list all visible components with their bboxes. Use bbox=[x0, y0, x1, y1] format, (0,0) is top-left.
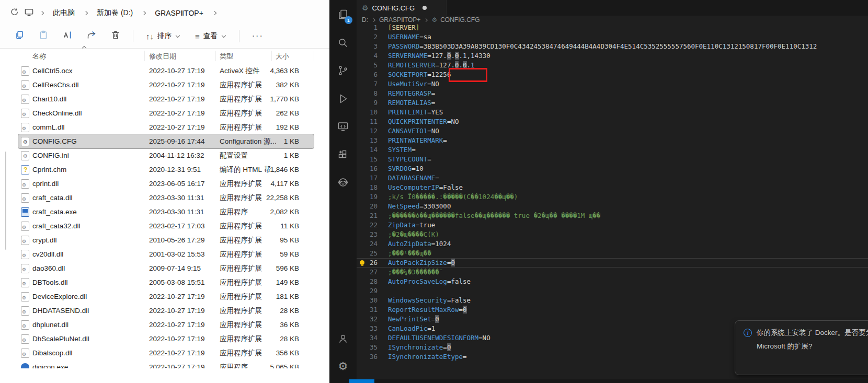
code-line[interactable]: 6SOCKETPORT=12256 bbox=[357, 70, 868, 79]
copy-button[interactable] bbox=[9, 27, 29, 45]
column-separator[interactable] bbox=[314, 51, 314, 61]
code-line[interactable]: 18UseComputerIP=False bbox=[357, 183, 868, 192]
code-line[interactable]: 24AutoZipData=1024 bbox=[357, 239, 868, 249]
code-text: QUICKPRINTENTER=NO bbox=[388, 117, 459, 126]
remote-explorer-icon[interactable] bbox=[329, 116, 357, 137]
settings-icon[interactable]: ⚙ bbox=[329, 355, 357, 376]
line-number: 3 bbox=[357, 42, 386, 51]
code-line[interactable]: 19;k/s Ï0�����.:�����(C��1024��ɰ��) bbox=[357, 192, 868, 202]
code-line[interactable]: 21;������ó��ɰ������false��ɰ������ true �… bbox=[357, 211, 868, 220]
breadcrumb-folder[interactable]: GRASPⅡTOP+ bbox=[152, 8, 207, 18]
code-text: SOCKETPORT=12256 bbox=[388, 70, 451, 79]
column-header-name[interactable]: 名称 bbox=[32, 52, 46, 61]
column-separator[interactable] bbox=[215, 51, 216, 61]
lightbulb-icon[interactable] bbox=[360, 260, 364, 265]
file-row[interactable]: Cprint.chm2020-12-31 9:51编译的 HTML 帮...1,… bbox=[18, 163, 314, 177]
dll-file-icon bbox=[21, 179, 29, 189]
code-line[interactable]: 13PRINTWATERMARK= bbox=[357, 136, 868, 145]
file-row[interactable]: DhScalePluNet.dll2022-10-27 17:19应用程序扩展2… bbox=[18, 332, 314, 346]
paste-button[interactable] bbox=[33, 27, 53, 45]
nav-pane-scrollbar[interactable] bbox=[5, 152, 6, 250]
breadcrumb-file[interactable]: CONFIG.CFG bbox=[440, 16, 479, 24]
breadcrumb-folder[interactable]: GRASPⅡTOP+ bbox=[379, 16, 420, 24]
file-row[interactable]: crypt.dll2010-05-26 17:29应用程序扩展95 KB bbox=[18, 233, 314, 247]
file-row[interactable]: Dibalscop.dll2022-10-27 17:19应用程序扩展356 K… bbox=[18, 346, 314, 360]
code-line[interactable]: 30WindowsSecurity=False bbox=[357, 296, 868, 305]
sort-dropdown[interactable]: ↑↓ 排序 bbox=[141, 28, 186, 44]
source-control-icon[interactable] bbox=[329, 60, 357, 81]
column-separator[interactable] bbox=[144, 51, 145, 61]
code-line[interactable]: 25;���¹���ɰ�� bbox=[357, 249, 868, 258]
column-separator[interactable] bbox=[271, 51, 272, 61]
file-row[interactable]: DHDATASEND.dll2022-10-27 17:19应用程序扩展28 K… bbox=[18, 304, 314, 318]
code-line[interactable]: 4SERVERNAME=127.0.0.1,14330 bbox=[357, 51, 868, 61]
code-line[interactable]: 7UseMutiSvr=NO bbox=[357, 79, 868, 89]
tab-config-cfg[interactable]: ⚙ CONFIG.CFG bbox=[357, 0, 447, 16]
file-row[interactable]: dao360.dll2009-07-14 9:15应用程序扩展596 KB bbox=[18, 261, 314, 275]
file-row[interactable]: dhplunet.dll2022-10-27 17:19应用程序扩展36 KB bbox=[18, 318, 314, 332]
explorer-icon[interactable]: 1 bbox=[329, 4, 357, 25]
code-line[interactable]: 14SYSTEM= bbox=[357, 145, 868, 155]
column-header-size[interactable]: 大小 bbox=[276, 52, 289, 61]
run-debug-icon[interactable] bbox=[329, 88, 357, 109]
code-text: ;���¼�Э������¯ bbox=[388, 268, 443, 277]
code-line[interactable]: 1[SERVER] bbox=[357, 23, 868, 32]
file-row[interactable]: digicon.exe2022-10-27 17:19应用程序5,065 KB bbox=[18, 360, 314, 368]
account-icon[interactable] bbox=[329, 328, 357, 349]
code-line[interactable]: 27;���¼�Э������¯ bbox=[357, 268, 868, 277]
file-row[interactable]: DBTools.dll2005-03-08 15:51应用程序扩展149 KB bbox=[18, 275, 314, 289]
code-text: CanLoadPic=1 bbox=[388, 324, 435, 333]
more-options-button[interactable]: ··· bbox=[247, 31, 269, 41]
file-row[interactable]: commL.dll2022-10-27 17:19应用程序扩展192 KB bbox=[18, 120, 314, 134]
code-line[interactable]: 9REMOTEALIAS= bbox=[357, 98, 868, 108]
column-header-date[interactable]: 修改日期 bbox=[149, 52, 176, 61]
extensions-icon[interactable] bbox=[329, 144, 357, 165]
search-icon[interactable] bbox=[329, 32, 357, 53]
code-line[interactable]: 29 bbox=[357, 286, 868, 296]
code-line[interactable]: 8REMOTEGRASP= bbox=[357, 89, 868, 98]
file-row[interactable]: Chart10.dll2022-10-27 17:19应用程序扩展1,770 K… bbox=[18, 92, 314, 106]
code-line[interactable]: 16SVRDOG=10 bbox=[357, 164, 868, 173]
remote-indicator[interactable] bbox=[349, 379, 374, 383]
refresh-icon[interactable] bbox=[9, 7, 19, 19]
file-row[interactable]: CONFIG.CFG2025-09-16 17:44Configuration … bbox=[18, 134, 314, 148]
code-line[interactable]: 26AutoPackZipSize=0 bbox=[357, 258, 868, 268]
code-line[interactable]: 15STYPECOUNT= bbox=[357, 155, 868, 164]
view-dropdown[interactable]: ≡ 查看 bbox=[190, 28, 232, 44]
file-row[interactable]: craft_cata.exe2023-03-30 11:31应用程序2,082 … bbox=[18, 205, 314, 219]
breadcrumb-this-pc[interactable]: 此电脑 bbox=[50, 7, 78, 19]
code-line[interactable]: 23;�2�ɰ����C(K) bbox=[357, 230, 868, 239]
file-row[interactable]: craft_cata32.dll2023-02-17 17:03应用程序扩展11… bbox=[18, 219, 314, 233]
code-line[interactable]: 12CANSAVETO1=NO bbox=[357, 126, 868, 136]
file-row[interactable]: CheckOnline.dll2022-10-27 17:19应用程序扩展262… bbox=[18, 106, 314, 120]
code-text: UseComputerIP=False bbox=[388, 183, 463, 192]
rename-button[interactable] bbox=[58, 27, 77, 45]
code-line[interactable]: 5REMOTESERVER=127.0.0.1 bbox=[357, 61, 868, 70]
file-row[interactable]: CellResChs.dll2022-10-27 17:19应用程序扩展382 … bbox=[18, 78, 314, 92]
file-row[interactable]: cv20dll.dll2001-03-02 15:53应用程序扩展59 KB bbox=[18, 247, 314, 261]
code-line[interactable]: 3PASSWORD=3B3B503D3A39A839CD130F0C434245… bbox=[357, 42, 868, 51]
file-row[interactable]: CellCtrl5.ocx2022-10-27 17:19ActiveX 控件4… bbox=[18, 64, 314, 78]
code-line[interactable]: 10PRINTLIMIT=YES bbox=[357, 108, 868, 117]
code-line[interactable]: 11QUICKPRINTENTER=NO bbox=[357, 117, 868, 126]
file-row[interactable]: craft_cata.dll2023-03-30 11:31应用程序扩展22,2… bbox=[18, 191, 314, 205]
file-row[interactable]: CONFIG.ini2004-11-12 16:32配置设置1 KB bbox=[18, 148, 314, 163]
delete-button[interactable] bbox=[106, 27, 125, 45]
code-line[interactable]: 20NetSpeed=3303000 bbox=[357, 202, 868, 211]
breadcrumb-drive-d[interactable]: 新加卷 (D:) bbox=[94, 7, 136, 19]
share-button[interactable] bbox=[82, 27, 101, 45]
file-row[interactable]: cprint.dll2023-06-05 16:17应用程序扩展4,117 KB bbox=[18, 177, 314, 191]
notification-toast[interactable]: i 你的系统上安装了 Docker。是否要为其 Microsoft 的扩展? bbox=[735, 320, 868, 375]
monkey-extension-icon[interactable] bbox=[329, 172, 357, 193]
this-pc-icon[interactable] bbox=[24, 7, 34, 19]
column-header-type[interactable]: 类型 bbox=[220, 52, 233, 61]
code-line[interactable]: 17DATABASENAME= bbox=[357, 173, 868, 183]
file-row[interactable]: DeviceExplore.dll2022-10-27 17:19应用程序扩展1… bbox=[18, 289, 314, 304]
code-line[interactable]: 31ReportResultMaxRow=0 bbox=[357, 305, 868, 315]
code-line[interactable]: 28AutoProcSaveLog=false bbox=[357, 277, 868, 286]
breadcrumb-drive[interactable]: D: bbox=[362, 16, 368, 24]
code-line[interactable]: 2USERNAME=sa bbox=[357, 32, 868, 42]
code-line[interactable]: 22ZipData=true bbox=[357, 220, 868, 230]
dll-file-icon bbox=[21, 250, 29, 259]
unsaved-dot-icon[interactable] bbox=[422, 6, 427, 10]
